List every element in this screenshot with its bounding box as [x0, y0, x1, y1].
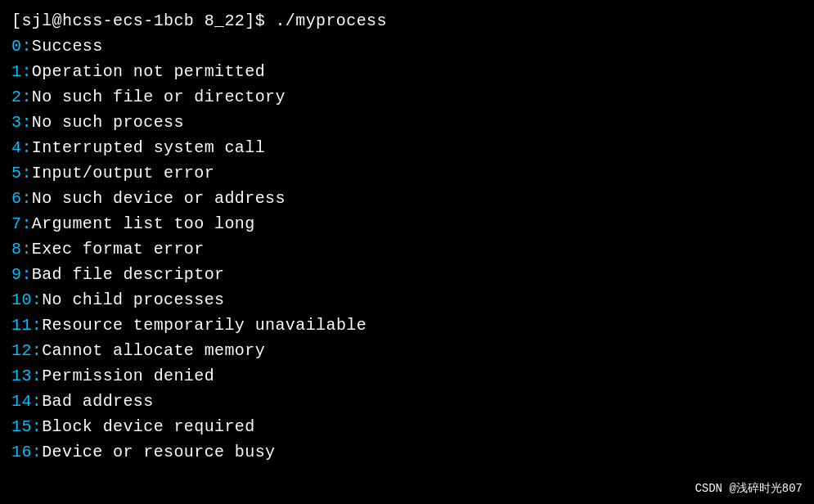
line-number: 11:	[11, 316, 42, 335]
line-number: 15:	[11, 417, 42, 436]
output-line: 1:Operation not permitted	[11, 59, 803, 84]
line-message: Exec format error	[32, 240, 205, 259]
line-number: 8:	[11, 240, 32, 259]
line-number: 6:	[11, 189, 32, 208]
output-line: 10:No child processes	[11, 287, 803, 313]
line-number: 16:	[11, 443, 42, 461]
output-line: 4:Interrupted system call	[11, 135, 803, 160]
line-number: 10:	[11, 290, 42, 309]
output-lines: 0:Success1:Operation not permitted2:No s…	[11, 34, 803, 465]
line-message: Resource temporarily unavailable	[42, 316, 367, 335]
line-message: No child processes	[42, 290, 224, 309]
line-number: 9:	[11, 265, 32, 284]
output-line: 2:No such file or directory	[11, 84, 803, 110]
line-message: No such device or address	[32, 189, 286, 208]
line-number: 13:	[11, 367, 42, 385]
output-line: 5:Input/output error	[11, 160, 803, 186]
line-number: 2:	[11, 88, 32, 106]
output-line: 12:Cannot allocate memory	[11, 338, 803, 363]
line-message: Bad file descriptor	[32, 265, 225, 284]
line-message: Interrupted system call	[32, 138, 265, 157]
line-number: 7:	[11, 214, 32, 233]
output-line: 15:Block device required	[11, 414, 803, 439]
watermark: CSDN @浅碎时光807	[695, 481, 803, 496]
line-message: Success	[32, 37, 103, 56]
output-line: 3:No such process	[11, 110, 803, 135]
line-message: Device or resource busy	[42, 443, 275, 461]
output-line: 8:Exec format error	[11, 236, 803, 262]
line-message: Block device required	[42, 417, 254, 436]
output-line: 6:No such device or address	[11, 186, 803, 211]
line-message: Argument list too long	[32, 214, 255, 233]
output-line: 9:Bad file descriptor	[11, 262, 803, 287]
line-message: Input/output error	[32, 164, 214, 182]
terminal-window: [sjl@hcss-ecs-1bcb 8_22]$ ./myprocess 0:…	[0, 0, 814, 504]
line-number: 0:	[11, 37, 32, 56]
output-line: 7:Argument list too long	[11, 211, 803, 236]
line-message: No such process	[32, 113, 184, 132]
line-number: 14:	[11, 392, 42, 411]
output-line: 0:Success	[11, 34, 803, 59]
line-number: 12:	[11, 341, 42, 360]
line-message: Permission denied	[42, 367, 214, 385]
output-line: 14:Bad address	[11, 389, 803, 414]
line-message: No such file or directory	[32, 88, 286, 106]
prompt-line: [sjl@hcss-ecs-1bcb 8_22]$ ./myprocess	[11, 8, 803, 34]
line-number: 4:	[11, 138, 32, 157]
line-message: Cannot allocate memory	[42, 341, 265, 360]
line-number: 3:	[11, 113, 32, 132]
output-line: 11:Resource temporarily unavailable	[11, 313, 803, 338]
line-message: Bad address	[42, 392, 153, 411]
line-number: 5:	[11, 164, 32, 182]
line-number: 1:	[11, 62, 32, 81]
line-message: Operation not permitted	[32, 62, 265, 81]
output-line: 16:Device or resource busy	[11, 439, 803, 465]
output-line: 13:Permission denied	[11, 363, 803, 389]
